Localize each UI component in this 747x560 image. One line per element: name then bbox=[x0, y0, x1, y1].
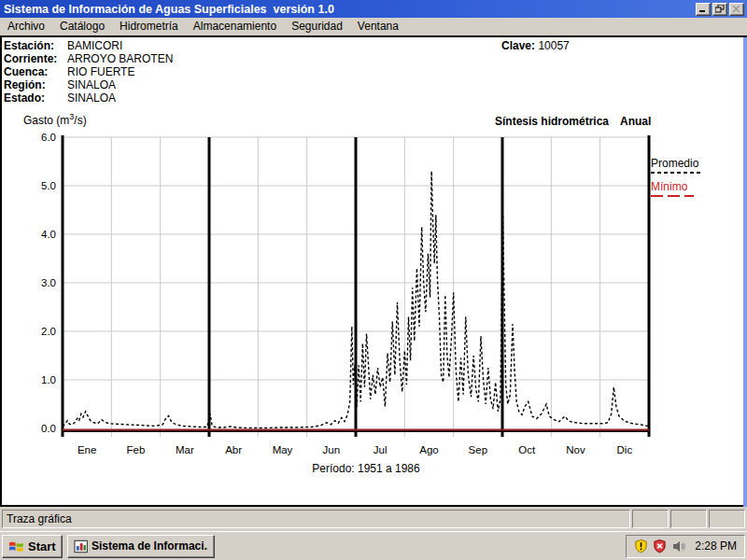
menu-bar: Archivo Catálogo Hidrometría Almacenamie… bbox=[0, 18, 747, 35]
station-row: Cuenca: RIO FUERTE bbox=[4, 65, 173, 78]
y-tick-label: 1.0 bbox=[41, 374, 56, 385]
station-value: ARROYO BAROTEN bbox=[67, 52, 173, 65]
start-label: Start bbox=[28, 539, 56, 553]
minimize-button[interactable] bbox=[696, 3, 711, 16]
y-tick-label: 4.0 bbox=[41, 229, 56, 240]
y-tick-label: 0.0 bbox=[41, 423, 56, 434]
clave-value: 10057 bbox=[538, 39, 569, 52]
menu-item-almacenamiento[interactable]: Almacenamiento bbox=[186, 18, 284, 35]
legend-promedio-label: Promedio bbox=[651, 157, 698, 170]
x-tick-label: Sep bbox=[469, 444, 487, 455]
station-row: Estado: SINALOA bbox=[4, 91, 173, 105]
taskbar-task-sias[interactable]: Sistema de Informaci... bbox=[67, 535, 215, 558]
y-tick-label: 6.0 bbox=[41, 132, 56, 143]
menu-item-seguridad[interactable]: Seguridad bbox=[284, 18, 350, 35]
dashed-line-swatch bbox=[651, 172, 702, 174]
app-window: Sistema de Información de Aguas Superfic… bbox=[0, 0, 747, 531]
x-tick-label: Ene bbox=[78, 444, 96, 455]
close-button[interactable] bbox=[729, 3, 744, 16]
x-tick-label: Jul bbox=[374, 444, 388, 455]
status-panel bbox=[709, 510, 745, 528]
y-tick-label: 3.0 bbox=[41, 277, 56, 288]
restore-icon bbox=[715, 5, 725, 13]
volume-icon[interactable] bbox=[671, 539, 686, 553]
menu-item-hidrometria[interactable]: Hidrometría bbox=[112, 18, 186, 35]
x-tick-label: Oct bbox=[518, 444, 536, 455]
window-right-border bbox=[743, 37, 747, 529]
menu-item-catalogo[interactable]: Catálogo bbox=[52, 18, 112, 35]
y-tick-label: 5.0 bbox=[41, 180, 56, 191]
x-tick-label: Ago bbox=[419, 444, 438, 455]
restore-button[interactable] bbox=[712, 3, 727, 16]
windows-logo-icon bbox=[8, 539, 24, 553]
window-controls bbox=[696, 3, 747, 16]
clock[interactable]: 2:28 PM bbox=[691, 539, 737, 553]
period-label: Período: 1951 a 1986 bbox=[282, 462, 450, 475]
x-tick-label: May bbox=[273, 444, 293, 455]
chart-legend: Promedio Mínimo bbox=[651, 157, 702, 203]
taskbar: Start Sistema de Informaci... 2:28 PM bbox=[0, 531, 747, 560]
station-row: Región: SINALOA bbox=[4, 78, 173, 91]
close-icon bbox=[732, 5, 741, 13]
status-panel bbox=[632, 510, 669, 528]
x-tick-label: Dic bbox=[617, 444, 633, 455]
start-button[interactable]: Start bbox=[2, 535, 63, 558]
minimize-icon bbox=[698, 5, 708, 13]
status-text: Traza gráfica bbox=[7, 512, 72, 525]
legend-promedio: Promedio bbox=[651, 157, 702, 174]
title-bar: Sistema de Información de Aguas Superfic… bbox=[0, 0, 747, 18]
clave-label: Clave: bbox=[501, 39, 535, 52]
station-value: SINALOA bbox=[67, 78, 116, 91]
app-icon bbox=[74, 539, 88, 553]
station-value: SINALOA bbox=[67, 91, 116, 105]
station-row: Corriente: ARROYO BAROTEN bbox=[4, 52, 173, 65]
security-alert-shield-icon[interactable] bbox=[634, 539, 648, 553]
system-tray: 2:28 PM bbox=[626, 535, 745, 558]
status-panel bbox=[670, 510, 707, 528]
status-bar: Traza gráfica bbox=[0, 507, 747, 531]
station-info: Estación: BAMICORI Corriente: ARROYO BAR… bbox=[4, 39, 173, 105]
station-label: Cuenca: bbox=[4, 65, 67, 78]
x-tick-label: Mar bbox=[176, 444, 194, 455]
station-label: Región: bbox=[4, 78, 67, 91]
window-title: Sistema de Información de Aguas Superfic… bbox=[0, 3, 334, 16]
red-line-swatch bbox=[651, 195, 694, 197]
station-value: BAMICORI bbox=[67, 39, 122, 52]
station-label: Estado: bbox=[4, 91, 67, 105]
client-area: Estación: BAMICORI Corriente: ARROYO BAR… bbox=[0, 35, 747, 507]
station-row: Estación: BAMICORI bbox=[4, 39, 173, 52]
legend-minimo: Mínimo bbox=[651, 180, 702, 197]
station-value: RIO FUERTE bbox=[67, 65, 134, 78]
clave-field: Clave: 10057 bbox=[501, 39, 570, 52]
x-tick-label: Feb bbox=[127, 444, 146, 455]
menu-item-archivo[interactable]: Archivo bbox=[0, 18, 52, 35]
x-tick-label: Jun bbox=[323, 444, 341, 455]
station-label: Estación: bbox=[4, 39, 67, 52]
security-blocked-shield-icon[interactable] bbox=[653, 539, 667, 553]
x-tick-label: Abr bbox=[225, 444, 242, 455]
y-tick-label: 2.0 bbox=[41, 326, 56, 337]
x-tick-label: Nov bbox=[566, 444, 585, 455]
legend-minimo-label: Mínimo bbox=[651, 180, 687, 193]
status-message-panel: Traza gráfica bbox=[2, 510, 630, 528]
station-label: Corriente: bbox=[4, 52, 67, 65]
task-label: Sistema de Informaci... bbox=[92, 539, 208, 553]
menu-item-ventana[interactable]: Ventana bbox=[350, 18, 406, 35]
hydrograph-chart: 0.01.02.03.04.05.06.0EneFebMarAbrMayJunJ… bbox=[2, 117, 747, 485]
